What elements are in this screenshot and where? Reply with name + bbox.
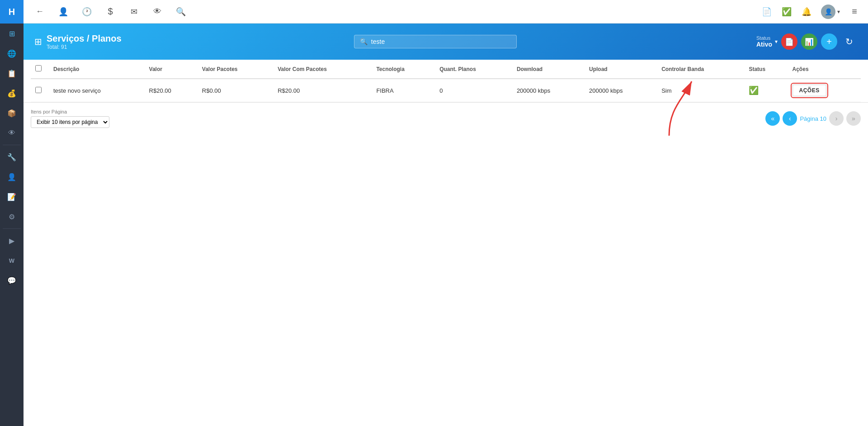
header-descricao: Descrição — [49, 60, 145, 79]
sidebar-divider-1 — [3, 145, 21, 145]
search-box: 🔍 — [354, 35, 517, 48]
sidebar-item-billing[interactable]: 💰 — [0, 83, 24, 103]
cell-valor-com-pacotes: R$20.00 — [273, 79, 372, 102]
items-per-page-label: Itens por Página — [31, 109, 109, 114]
schedule-icon[interactable]: 🕐 — [75, 0, 99, 24]
header-download: Download — [512, 60, 585, 79]
sidebar-item-network[interactable]: 🌐 — [0, 43, 24, 63]
cell-tecnologia: FIBRA — [372, 79, 435, 102]
table-header-row: Descrição Valor Valor Pacotes Valor Com … — [31, 60, 861, 79]
sidebar: H ⊞ 🌐 📋 💰 📦 👁 🔧 👤 📝 ⚙ ▶ W 💬 — [0, 0, 24, 426]
services-table: Descrição Valor Valor Pacotes Valor Com … — [31, 60, 861, 102]
acoes-button[interactable]: AÇÕES — [793, 85, 826, 96]
pdf-button[interactable]: 📄 — [781, 33, 797, 50]
finance-icon[interactable]: $ — [99, 0, 122, 24]
sidebar-item-packages[interactable]: 📦 — [0, 103, 24, 123]
cell-download: 200000 kbps — [512, 79, 585, 102]
cell-valor-pacotes: R$0.00 — [198, 79, 273, 102]
page-title: Serviços / Planos — [47, 33, 122, 44]
cell-descricao: teste novo serviço — [49, 79, 145, 102]
select-all-checkbox[interactable] — [35, 65, 42, 71]
table-area: Descrição Valor Valor Pacotes Valor Com … — [24, 60, 868, 426]
status-control: Status Ativo ▾ — [756, 35, 778, 48]
page-subtitle: Total: 91 — [47, 44, 122, 50]
header-valor-pacotes: Valor Pacotes — [198, 60, 273, 79]
menu-icon[interactable]: ≡ — [845, 3, 863, 21]
header-quant-planos: Quant. Planos — [435, 60, 512, 79]
header-checkbox-cell — [31, 60, 49, 79]
topbar: ← 👤 🕐 $ ✉ 👁 🔍 📄 ✅ 🔔 👤 ▾ ≡ — [24, 0, 868, 24]
search-area: 🔍 — [122, 35, 749, 48]
cell-valor: R$20.00 — [145, 79, 198, 102]
row-checkbox[interactable] — [35, 87, 42, 93]
status-dropdown-arrow[interactable]: ▾ — [775, 38, 778, 45]
search-input[interactable] — [371, 38, 511, 45]
messages-icon[interactable]: ✉ — [122, 0, 146, 24]
last-page-button[interactable]: » — [846, 111, 861, 126]
sidebar-item-chat[interactable]: 💬 — [0, 270, 24, 290]
title-area: ⊞ Serviços / Planos Total: 91 — [34, 33, 122, 50]
sidebar-item-users[interactable]: 👤 — [0, 167, 24, 187]
page-info: Página 10 — [800, 115, 826, 122]
refresh-button[interactable]: ↻ — [841, 33, 857, 50]
page-title-block: Serviços / Planos Total: 91 — [47, 33, 122, 50]
header-valor: Valor — [145, 60, 198, 79]
items-per-page-control: Itens por Página Exibir 10 itens por pág… — [31, 109, 109, 128]
sidebar-item-notes[interactable]: 📝 — [0, 187, 24, 207]
header-tecnologia: Tecnologia — [372, 60, 435, 79]
status-label: Status — [756, 35, 772, 41]
add-icon: + — [826, 37, 832, 47]
cell-upload: 200000 kbps — [585, 79, 657, 102]
sidebar-item-dashboard[interactable]: ⊞ — [0, 24, 24, 43]
sidebar-item-run[interactable]: ▶ — [0, 231, 24, 251]
page-icon: ⊞ — [34, 36, 42, 47]
document-icon[interactable]: 📄 — [758, 3, 776, 21]
cell-controlar-banda: Sim — [657, 79, 744, 102]
row-checkbox-cell — [31, 79, 49, 102]
table-row: teste novo serviço R$20.00 R$0.00 R$20.0… — [31, 79, 861, 102]
check-icon[interactable]: ✅ — [778, 3, 796, 21]
items-per-page-select[interactable]: Exibir 10 itens por página Exibir 25 ite… — [31, 116, 109, 128]
pdf-icon: 📄 — [785, 38, 794, 46]
main-content: ⊞ Serviços / Planos Total: 91 🔍 Status A… — [24, 24, 868, 426]
header-status: Status — [744, 60, 788, 79]
pagination-area: Itens por Página Exibir 10 itens por pág… — [24, 102, 868, 134]
sidebar-item-config[interactable]: 🔧 — [0, 147, 24, 167]
avatar-chevron: ▾ — [837, 9, 840, 15]
status-value: Ativo — [756, 41, 772, 48]
header-controlar-banda: Controlar Banda — [657, 60, 744, 79]
next-page-button[interactable]: › — [829, 111, 844, 126]
search-icon[interactable]: 🔍 — [169, 0, 193, 24]
header-acoes: Ações — [788, 60, 861, 79]
excel-icon: 📊 — [805, 38, 814, 46]
clients-icon[interactable]: 👤 — [52, 0, 75, 24]
sidebar-item-reports[interactable]: 📋 — [0, 63, 24, 83]
sidebar-item-view[interactable]: 👁 — [0, 123, 24, 143]
topbar-right: 📄 ✅ 🔔 👤 ▾ ≡ — [758, 3, 863, 21]
pagination-controls: « ‹ Página 10 › » — [765, 111, 861, 126]
app-logo[interactable]: H — [0, 0, 24, 24]
cell-status: ✅ — [744, 79, 788, 102]
add-button[interactable]: + — [821, 33, 837, 50]
prev-page-button[interactable]: ‹ — [783, 111, 797, 126]
table-container: Descrição Valor Valor Pacotes Valor Com … — [24, 60, 868, 102]
header-valor-com-pacotes: Valor Com Pacotes — [273, 60, 372, 79]
user-avatar[interactable]: 👤 ▾ — [817, 3, 844, 21]
refresh-icon: ↻ — [845, 36, 853, 47]
sidebar-item-settings[interactable]: ⚙ — [0, 207, 24, 227]
cell-acoes: AÇÕES — [788, 79, 861, 102]
search-magnifier-icon: 🔍 — [360, 38, 368, 45]
notifications-icon[interactable]: 🔔 — [797, 3, 816, 21]
excel-button[interactable]: 📊 — [801, 33, 817, 50]
back-button[interactable]: ← — [28, 0, 52, 24]
sidebar-divider-2 — [3, 228, 21, 229]
avatar-circle: 👤 — [821, 5, 835, 19]
first-page-button[interactable]: « — [765, 111, 780, 126]
header-upload: Upload — [585, 60, 657, 79]
status-active-icon: ✅ — [749, 86, 759, 95]
table-body: teste novo serviço R$20.00 R$0.00 R$20.0… — [31, 79, 861, 102]
cell-quant-planos: 0 — [435, 79, 512, 102]
sidebar-item-wiki[interactable]: W — [0, 251, 24, 270]
page-header: ⊞ Serviços / Planos Total: 91 🔍 Status A… — [24, 24, 868, 60]
monitor-icon[interactable]: 👁 — [146, 0, 169, 24]
